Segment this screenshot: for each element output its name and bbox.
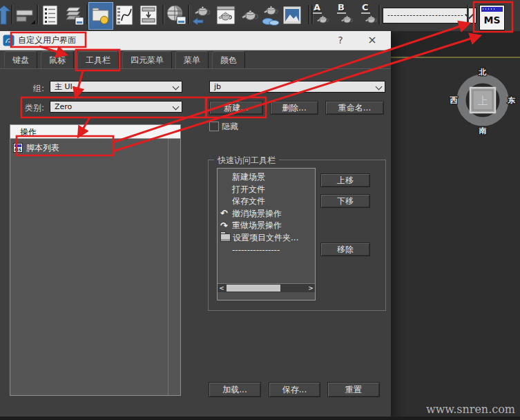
image-frame-icon[interactable] xyxy=(281,3,303,27)
viewcube-compass[interactable]: 上 北 西 东 南 xyxy=(445,66,520,142)
toolbar-separator xyxy=(11,5,12,24)
remove-button[interactable]: 移除 xyxy=(320,242,370,256)
teapot-icon xyxy=(340,15,354,24)
curve-editor-icon[interactable] xyxy=(113,3,135,27)
watermark: www.snren.com xyxy=(426,403,515,416)
toolbar-separator xyxy=(37,5,38,24)
render-preset-a-button[interactable]: A xyxy=(312,2,330,28)
folder-icon xyxy=(220,233,231,242)
viewport-top-strip xyxy=(391,31,520,57)
maxscript-ms-button[interactable]: MS xyxy=(479,5,505,30)
save-button[interactable]: 保存... xyxy=(269,382,320,397)
rendered-frame-window-icon[interactable] xyxy=(215,3,237,27)
undo-icon: ↶ xyxy=(220,209,232,218)
preset-letter: C xyxy=(361,2,370,14)
environment-render-icon[interactable] xyxy=(260,3,282,27)
3dsmax-logo-icon xyxy=(3,35,15,46)
quick-access-item-label: 打开文件 xyxy=(232,184,265,195)
action-list-header: 操作 xyxy=(10,125,180,139)
render-setup-icon[interactable] xyxy=(165,3,187,27)
delete-button[interactable]: 删除... xyxy=(270,101,318,115)
compass-center-label[interactable]: 上 xyxy=(478,95,488,107)
toolbar-separator xyxy=(308,5,309,24)
bottom-edge-strip xyxy=(0,417,520,420)
compass-north-label[interactable]: 北 xyxy=(479,68,487,77)
action-list-item-script-list[interactable]: MS 脚本列表 xyxy=(12,142,59,154)
dialog-titlebar[interactable]: 自定义用户界面 ? × xyxy=(0,31,391,50)
load-button[interactable]: 加载... xyxy=(209,382,261,397)
tab-四元菜单[interactable]: 四元菜单 xyxy=(122,51,172,68)
quick-access-item-label: 重做场景操作 xyxy=(232,220,282,231)
move-up-button[interactable]: 上移 xyxy=(320,173,370,187)
action-list-column-divider xyxy=(168,125,168,395)
quick-access-item[interactable]: ↷重做场景操作 xyxy=(218,220,315,232)
viewport[interactable]: 上 北 西 东 南 www.snren.com xyxy=(391,31,520,417)
quick-access-item-label: 保存文件 xyxy=(232,195,265,207)
close-button[interactable]: × xyxy=(365,31,380,49)
rename-button[interactable]: 重命名... xyxy=(325,101,384,115)
preset-letter: A xyxy=(313,2,322,14)
group-value: 主 UI xyxy=(55,82,73,91)
toolbar-name-value: jb xyxy=(214,82,221,91)
group-label: 组: xyxy=(10,83,44,95)
category-value: Zero xyxy=(55,102,72,111)
quick-access-hscrollbar[interactable]: < > xyxy=(218,283,315,292)
quick-access-item-label: 设置项目文件夹... xyxy=(233,232,298,244)
screenshot-root: ABC ------------------------ MS 上 北 西 东 … xyxy=(0,0,520,420)
compass-east-label[interactable]: 东 xyxy=(508,96,516,105)
render-iterative-icon[interactable] xyxy=(191,3,213,27)
tab-鼠标[interactable]: 鼠标 xyxy=(41,51,74,68)
hide-checkbox-label: 隐藏 xyxy=(222,121,238,133)
compass-south-label[interactable]: 南 xyxy=(479,126,487,135)
quick-access-item[interactable]: 保存文件 xyxy=(218,195,315,208)
quick-access-item[interactable]: 打开文件 xyxy=(218,184,315,196)
quick-access-item[interactable]: 新建场景 xyxy=(218,171,315,184)
render-preset-c-button[interactable]: C xyxy=(360,2,378,28)
folder-lightbulb-icon[interactable] xyxy=(89,3,111,27)
render-production-icon[interactable] xyxy=(239,3,261,27)
main-toolbar: ABC ------------------------ MS xyxy=(0,0,520,32)
chevron-down-icon xyxy=(376,84,383,90)
compass-west-label[interactable]: 西 xyxy=(450,96,459,105)
new-button[interactable]: 新建... xyxy=(209,101,263,115)
scroll-right-icon[interactable]: > xyxy=(307,284,315,292)
reset-button[interactable]: 重置 xyxy=(327,382,380,397)
tab-颜色[interactable]: 颜色 xyxy=(212,51,245,68)
viewport-border-line xyxy=(391,57,520,58)
scene-checklist-icon[interactable] xyxy=(39,3,61,27)
quick-access-list[interactable]: 新建场景打开文件保存文件↶撤消场景操作↷重做场景操作设置项目文件夹...----… xyxy=(217,168,316,300)
group-dropdown[interactable]: 主 UI xyxy=(50,81,182,93)
move-down-button[interactable]: 下移 xyxy=(320,194,370,208)
render-preset-b-button[interactable]: B xyxy=(336,2,354,28)
teapot-icon xyxy=(365,15,378,24)
quick-access-item-label: ---------------- xyxy=(232,245,280,255)
toolbar-name-dropdown[interactable]: jb xyxy=(209,81,385,93)
toolbar-selector-value: ------------------------ xyxy=(387,11,464,19)
teapot-icon xyxy=(316,15,330,24)
help-button[interactable]: ? xyxy=(333,31,348,49)
scroll-left-icon[interactable]: < xyxy=(218,284,226,292)
manage-layers-icon[interactable] xyxy=(64,3,86,27)
schematic-view-icon[interactable] xyxy=(137,3,160,27)
action-list[interactable]: 操作 MS 脚本列表 xyxy=(10,124,181,396)
tab-菜单[interactable]: 菜单 xyxy=(175,51,209,68)
toolbar-separator xyxy=(467,5,468,24)
quick-access-item[interactable]: ---------------- xyxy=(218,244,315,256)
tab-键盘[interactable]: 键盘 xyxy=(4,51,37,68)
align-icon[interactable] xyxy=(14,3,36,27)
hide-checkbox[interactable] xyxy=(209,122,219,131)
chevron-down-icon xyxy=(173,104,180,111)
chevron-down-icon xyxy=(173,84,180,90)
category-label: 类别: xyxy=(10,102,44,114)
toolbar-selector-dropdown[interactable]: ------------------------ xyxy=(383,8,476,23)
customize-ui-dialog: 自定义用户界面 ? × 键盘鼠标工具栏四元菜单菜单颜色 组: 主 UI 类别: … xyxy=(0,31,391,417)
quick-access-item-label: 撤消场景操作 xyxy=(232,208,282,220)
render-preset-buttons: ABC xyxy=(312,2,378,28)
ms-icon-titlebar xyxy=(481,7,503,12)
quick-access-item[interactable]: 设置项目文件夹... xyxy=(218,232,315,245)
ms-icon: MS xyxy=(13,143,23,153)
category-dropdown[interactable]: Zero xyxy=(50,101,182,113)
quick-access-item[interactable]: ↶撤消场景操作 xyxy=(218,208,315,220)
scrollbar-thumb[interactable] xyxy=(227,285,280,292)
tab-工具栏[interactable]: 工具栏 xyxy=(77,51,119,68)
